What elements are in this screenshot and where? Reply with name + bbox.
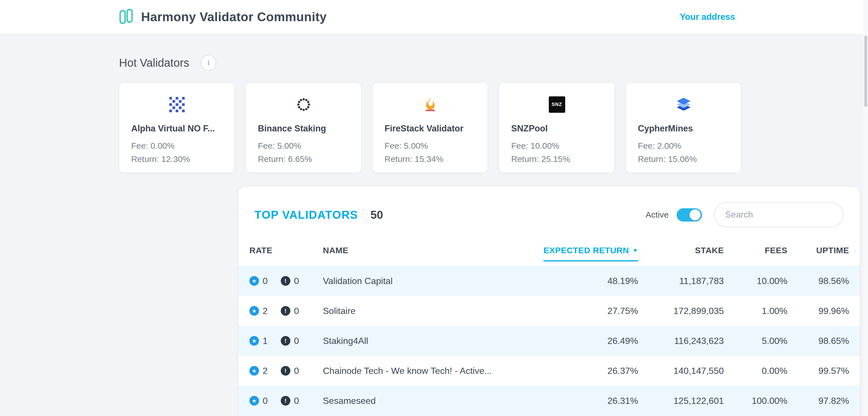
top-validators-title: TOP VALIDATORS [254, 209, 358, 221]
fees-value: 10.00% [724, 276, 787, 286]
expected-return-label: EXPECTED RETURN [544, 246, 629, 255]
validator-name: Solitaire [323, 306, 525, 316]
expected-return-value: 27.75% [525, 306, 638, 316]
hot-validator-name: Binance Staking [258, 124, 349, 134]
rate-cell: ★ 0 ! 0 [249, 276, 323, 286]
app-header: Harmony Validator Community Your address [0, 0, 868, 34]
hot-validator-return: Return: 6.65% [258, 154, 349, 164]
uptime-value: 99.57% [787, 366, 849, 376]
uptime-value: 98.65% [787, 336, 849, 346]
alert-count: 0 [294, 276, 299, 286]
alert-count: 0 [294, 336, 299, 346]
alert-count: 0 [294, 396, 299, 406]
scrollbar-thumb[interactable] [864, 36, 867, 107]
stake-value: 140,147,550 [638, 366, 724, 376]
star-badge-icon: ★ [249, 336, 259, 346]
star-count: 1 [263, 336, 268, 346]
star-badge-icon: ★ [249, 276, 259, 286]
hot-validator-name: SNZPool [511, 124, 602, 134]
rate-cell: ★ 1 ! 0 [249, 336, 323, 346]
hot-validator-fee: Fee: 2.00% [638, 141, 729, 151]
hot-validator-return: Return: 15.34% [384, 154, 476, 164]
table-row[interactable]: ★ 2 ! 0 Solitaire 27.75% 172,899,035 1.0… [238, 296, 860, 326]
page-scrollbar [864, 0, 868, 416]
validator-name: Sesameseed [323, 396, 525, 406]
table-row[interactable]: ★ 2 ! 0 Chainode Tech - We know Tech! - … [238, 356, 860, 386]
alert-badge-icon: ! [281, 396, 290, 406]
stake-value: 116,243,623 [638, 336, 724, 346]
star-badge-icon: ★ [249, 396, 259, 406]
sort-desc-icon: ▼ [632, 247, 638, 254]
alert-count: 0 [294, 366, 299, 376]
your-address-link[interactable]: Your address [680, 12, 735, 22]
pixel-grid-icon [119, 96, 235, 113]
star-count: 2 [263, 366, 268, 376]
fees-value: 5.00% [724, 336, 787, 346]
fees-value: 100.00% [724, 396, 787, 406]
hot-validator-card-snzpool[interactable]: SNZ SNZPool Fee: 10.00% Return: 25.15% [499, 83, 615, 173]
column-header-fees[interactable]: FEES [724, 246, 787, 255]
hot-validator-fee: Fee: 10.00% [511, 141, 602, 151]
uptime-value: 97.82% [787, 396, 849, 406]
column-header-uptime[interactable]: UPTIME [787, 246, 849, 255]
hot-validators-title: Hot Validators [119, 57, 189, 69]
stake-value: 125,122,601 [638, 396, 724, 406]
star-count: 2 [263, 306, 268, 316]
hot-validator-name: CypherMines [638, 124, 729, 134]
star-count: 0 [263, 276, 268, 286]
alert-badge-icon: ! [281, 366, 290, 376]
validator-name: Validation Capital [323, 276, 525, 286]
fees-value: 1.00% [724, 306, 787, 316]
rate-cell: ★ 2 ! 0 [249, 306, 323, 316]
column-header-stake[interactable]: STAKE [638, 246, 724, 255]
flame-icon [373, 96, 488, 113]
active-toggle-label: Active [646, 210, 669, 220]
info-icon[interactable]: i [200, 55, 216, 71]
toggle-knob [690, 210, 701, 220]
hot-validator-card-binance[interactable]: Binance Staking Fee: 5.00% Return: 6.65% [246, 83, 361, 173]
rate-cell: ★ 0 ! 0 [249, 396, 323, 406]
hot-validators-header: Hot Validators i [119, 55, 868, 71]
column-header-name[interactable]: NAME [323, 246, 525, 255]
hot-validator-return: Return: 12.30% [131, 154, 222, 164]
validator-name: Staking4All [323, 336, 525, 346]
table-row[interactable]: ★ 0 ! 0 Sesameseed 26.31% 125,122,601 10… [238, 386, 860, 416]
alert-badge-icon: ! [281, 276, 290, 286]
hot-validator-return: Return: 15.06% [638, 154, 729, 164]
snz-logo-text: SNZ [549, 96, 565, 113]
snz-logo-icon: SNZ [499, 96, 614, 113]
table-body: ★ 0 ! 0 Validation Capital 48.19% 11,187… [238, 266, 860, 416]
column-header-expected-return[interactable]: EXPECTED RETURN▼ [525, 246, 638, 261]
active-toggle[interactable] [677, 208, 702, 222]
fees-value: 0.00% [724, 366, 787, 376]
validator-count: 50 [370, 209, 383, 221]
hot-validator-card-firestack[interactable]: FireStack Validator Fee: 5.00% Return: 1… [372, 83, 488, 173]
hot-validator-card-cyphermines[interactable]: CypherMines Fee: 2.00% Return: 15.06% [626, 83, 741, 173]
page-title: Harmony Validator Community [141, 10, 327, 24]
search-input[interactable] [714, 202, 843, 227]
expected-return-value: 26.49% [525, 336, 638, 346]
star-count: 0 [263, 396, 268, 406]
hot-validator-fee: Fee: 5.00% [384, 141, 476, 151]
alert-badge-icon: ! [281, 306, 290, 316]
column-header-rate[interactable]: RATE [249, 246, 323, 255]
hot-validator-return: Return: 25.15% [511, 154, 602, 164]
uptime-value: 99.96% [787, 306, 849, 316]
hot-validator-card-alpha[interactable]: Alpha Virtual NO F... Fee: 0.00% Return:… [119, 83, 235, 173]
table-header-row: RATE NAME EXPECTED RETURN▼ STAKE FEES UP… [238, 246, 860, 261]
hot-validator-name: FireStack Validator [384, 124, 476, 134]
hot-validator-fee: Fee: 5.00% [258, 141, 349, 151]
validator-name: Chainode Tech - We know Tech! - Active..… [323, 366, 525, 376]
expected-return-value: 26.37% [525, 366, 638, 376]
harmony-logo-icon [119, 8, 133, 26]
star-badge-icon: ★ [249, 366, 259, 376]
top-validators-header: TOP VALIDATORS 50 Active [238, 187, 860, 227]
table-row[interactable]: ★ 0 ! 0 Validation Capital 48.19% 11,187… [238, 266, 860, 296]
expected-return-value: 26.31% [525, 396, 638, 406]
alert-badge-icon: ! [281, 336, 290, 346]
table-row[interactable]: ★ 1 ! 0 Staking4All 26.49% 116,243,623 5… [238, 326, 860, 356]
hot-validator-fee: Fee: 0.00% [131, 141, 222, 151]
brand-logo-link[interactable]: Harmony Validator Community [119, 8, 327, 26]
stake-value: 11,187,783 [638, 276, 724, 286]
hot-validators-cards: Alpha Virtual NO F... Fee: 0.00% Return:… [119, 83, 868, 173]
